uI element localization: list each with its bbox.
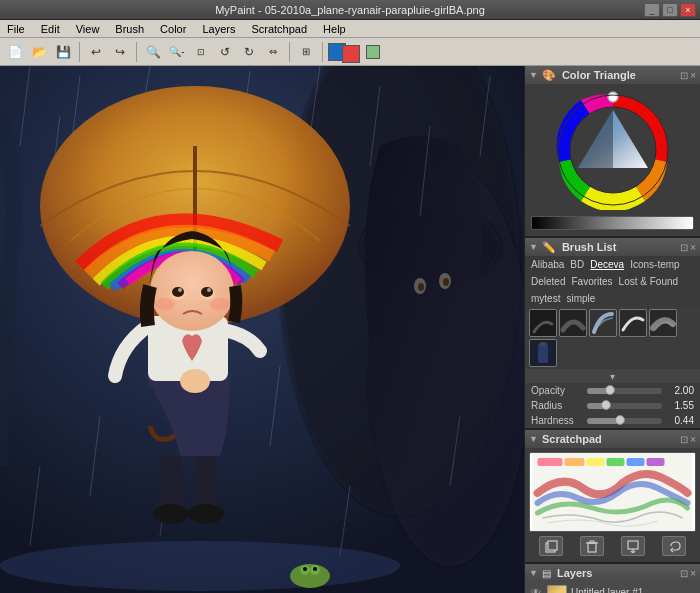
brush-detach-icon[interactable]: ⊡ <box>680 242 688 253</box>
scratchpad-icons: ⊡ × <box>680 434 696 445</box>
canvas-area[interactable] <box>0 66 524 593</box>
undo-button[interactable]: ↩ <box>85 41 107 63</box>
close-button[interactable]: × <box>680 3 696 17</box>
close-panel-icon[interactable]: × <box>690 70 696 81</box>
brush-collapse-arrow: ▼ <box>529 242 538 252</box>
background-color[interactable] <box>342 45 360 63</box>
hardness-slider-row: Hardness 0.44 <box>525 413 700 428</box>
scratchpad-header[interactable]: ▼ Scratchpad ⊡ × <box>525 430 700 448</box>
zoom-fit-button[interactable]: ⊡ <box>190 41 212 63</box>
extra-color[interactable] <box>366 45 380 59</box>
collapse-arrow: ▼ <box>529 70 538 80</box>
menu-file[interactable]: File <box>4 23 28 35</box>
trash-icon <box>585 539 599 553</box>
brush-thumb-3[interactable] <box>589 309 617 337</box>
menu-help[interactable]: Help <box>320 23 349 35</box>
scratchpad-clear-button[interactable] <box>580 536 604 556</box>
brush-list-header[interactable]: ▼ ✏️ Brush List ⊡ × <box>525 238 700 256</box>
layers-header[interactable]: ▼ ▤ Layers ⊡ × <box>525 564 700 582</box>
opacity-value: 2.00 <box>666 385 694 396</box>
scratchpad-close-icon[interactable]: × <box>690 434 696 445</box>
brush-tab-deleted[interactable]: Deleted <box>529 275 567 288</box>
svg-rect-62 <box>627 458 645 466</box>
color-triangle-content <box>525 84 700 236</box>
radius-handle[interactable] <box>601 400 611 410</box>
svg-rect-47 <box>0 66 524 593</box>
scratchpad-drawing[interactable] <box>529 452 696 532</box>
svg-rect-65 <box>548 541 557 550</box>
undo-icon <box>667 539 681 553</box>
layer-name: Untitled layer #1 <box>571 587 696 593</box>
svg-rect-63 <box>647 458 665 466</box>
menu-view[interactable]: View <box>73 23 103 35</box>
brush-tab-lost[interactable]: Lost & Found <box>617 275 680 288</box>
redo-button[interactable]: ↪ <box>109 41 131 63</box>
svg-rect-68 <box>590 541 594 543</box>
svg-rect-56 <box>540 342 546 346</box>
save-button[interactable]: 💾 <box>52 41 74 63</box>
color-wheel[interactable] <box>553 90 673 210</box>
svg-rect-60 <box>587 458 605 466</box>
new-button[interactable]: 📄 <box>4 41 26 63</box>
brush-thumb-2[interactable] <box>559 309 587 337</box>
layer-row-1[interactable]: 👁 Untitled layer #1 <box>525 582 700 593</box>
zoom-out-button[interactable]: 🔍- <box>166 41 188 63</box>
hardness-label: Hardness <box>531 415 583 426</box>
color-triangle-icons: ⊡ × <box>680 70 696 81</box>
menu-scratchpad[interactable]: Scratchpad <box>248 23 310 35</box>
scratchpad-import-button[interactable] <box>621 536 645 556</box>
scratchpad-detach-icon[interactable]: ⊡ <box>680 434 688 445</box>
flip-button[interactable]: ⇔ <box>262 41 284 63</box>
hardness-handle[interactable] <box>615 415 625 425</box>
brush-tab-mytest[interactable]: mytest <box>529 292 562 305</box>
brush-list-panel: ▼ ✏️ Brush List ⊡ × Alibaba BD Deceva Ic… <box>525 238 700 430</box>
separator-2 <box>136 42 137 62</box>
color-triangle-header[interactable]: ▼ 🎨 Color Triangle ⊡ × <box>525 66 700 84</box>
brush-tab-icons[interactable]: Icons-temp <box>628 258 681 271</box>
brush-tab-bd[interactable]: BD <box>568 258 586 271</box>
menu-brush[interactable]: Brush <box>112 23 147 35</box>
brush-preview-2 <box>560 310 586 336</box>
rotate-ccw-button[interactable]: ↺ <box>214 41 236 63</box>
hardness-slider[interactable] <box>587 418 662 424</box>
main-layout: ▼ 🎨 Color Triangle ⊡ × <box>0 66 700 593</box>
separator-3 <box>289 42 290 62</box>
brush-tab-favorites[interactable]: Favorites <box>569 275 614 288</box>
radius-slider[interactable] <box>587 403 662 409</box>
menu-layers[interactable]: Layers <box>199 23 238 35</box>
opacity-slider-row: Opacity 2.00 <box>525 383 700 398</box>
brush-tabs-row2: Deleted Favorites Lost & Found <box>525 273 700 290</box>
scratchpad-collapse-arrow: ▼ <box>529 434 538 444</box>
maximize-button[interactable]: □ <box>662 3 678 17</box>
svg-rect-69 <box>628 541 638 549</box>
zoom-in-button[interactable]: 🔍 <box>142 41 164 63</box>
color-bar[interactable] <box>531 216 694 230</box>
svg-point-52 <box>608 92 618 102</box>
brush-thumb-4[interactable] <box>619 309 647 337</box>
opacity-handle[interactable] <box>605 385 615 395</box>
layer-visibility-toggle[interactable]: 👁 <box>529 586 543 594</box>
grid-button[interactable]: ⊞ <box>295 41 317 63</box>
brush-tab-simple[interactable]: simple <box>564 292 597 305</box>
minimize-button[interactable]: _ <box>644 3 660 17</box>
menu-color[interactable]: Color <box>157 23 189 35</box>
layers-detach-icon[interactable]: ⊡ <box>680 568 688 579</box>
brush-preview-6 <box>530 340 556 366</box>
menu-edit[interactable]: Edit <box>38 23 63 35</box>
brush-thumb-6[interactable] <box>529 339 557 367</box>
svg-rect-66 <box>588 543 596 552</box>
scratchpad-copy-button[interactable] <box>539 536 563 556</box>
rotate-cw-button[interactable]: ↻ <box>238 41 260 63</box>
detach-icon[interactable]: ⊡ <box>680 70 688 81</box>
brush-close-icon[interactable]: × <box>690 242 696 253</box>
brush-expand-button[interactable]: ▾ <box>525 369 700 383</box>
brush-thumb-5[interactable] <box>649 309 677 337</box>
brush-tab-alibaba[interactable]: Alibaba <box>529 258 566 271</box>
layers-close-icon[interactable]: × <box>690 568 696 579</box>
brush-tab-deceva[interactable]: Deceva <box>588 258 626 271</box>
brush-thumb-1[interactable] <box>529 309 557 337</box>
scratchpad-undo-button[interactable] <box>662 536 686 556</box>
brush-grid <box>525 307 700 369</box>
opacity-slider[interactable] <box>587 388 662 394</box>
open-button[interactable]: 📂 <box>28 41 50 63</box>
